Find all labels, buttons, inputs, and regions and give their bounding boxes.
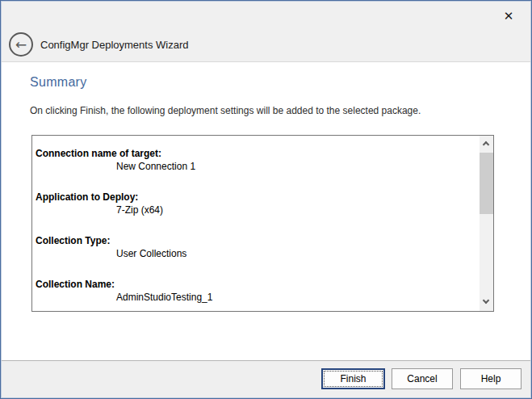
summary-value: AdminStudioTesting_1 <box>36 291 479 304</box>
scroll-down-icon[interactable] <box>480 296 493 309</box>
summary-value: User Collections <box>36 247 479 260</box>
summary-label: Connection name of target: <box>36 147 479 160</box>
scroll-up-icon[interactable] <box>480 137 493 151</box>
chevron-down-icon <box>483 297 489 304</box>
summary-row: Collection Name: AdminStudioTesting_1 <box>36 278 479 304</box>
scrollbar-thumb[interactable] <box>480 153 493 214</box>
summary-row: Application to Deploy: 7-Zip (x64) <box>36 191 479 216</box>
summary-value: New Connection 1 <box>36 160 479 173</box>
summary-content: Connection name of target: New Connectio… <box>32 136 479 311</box>
wizard-header: ✕ ← ConfigMgr Deployments Wizard <box>2 2 530 62</box>
back-button[interactable]: ← <box>9 32 33 57</box>
button-bar: Finish Cancel Help <box>2 360 530 397</box>
summary-row: Connection name of target: New Connectio… <box>36 147 479 173</box>
page-title: Summary <box>30 75 87 90</box>
finish-button-label: Finish <box>340 373 366 384</box>
wizard-title: ConfigMgr Deployments Wizard <box>40 39 189 51</box>
summary-row: Collection Type: User Collections <box>36 234 479 260</box>
help-button[interactable]: Help <box>460 368 522 389</box>
vertical-scrollbar[interactable] <box>480 136 493 311</box>
cancel-button[interactable]: Cancel <box>392 368 453 389</box>
summary-panel: Connection name of target: New Connectio… <box>31 135 494 312</box>
chevron-up-icon <box>483 141 489 148</box>
finish-button[interactable]: Finish <box>321 368 385 389</box>
summary-value: 7-Zip (x64) <box>36 204 479 216</box>
summary-label: Application to Deploy: <box>36 191 479 204</box>
close-icon[interactable]: ✕ <box>498 6 519 27</box>
wizard-window: ✕ ← ConfigMgr Deployments Wizard Summary… <box>0 0 532 399</box>
page-description: On clicking Finish, the following deploy… <box>30 105 421 116</box>
summary-label: Collection Name: <box>36 278 479 291</box>
summary-label: Collection Type: <box>36 234 479 247</box>
